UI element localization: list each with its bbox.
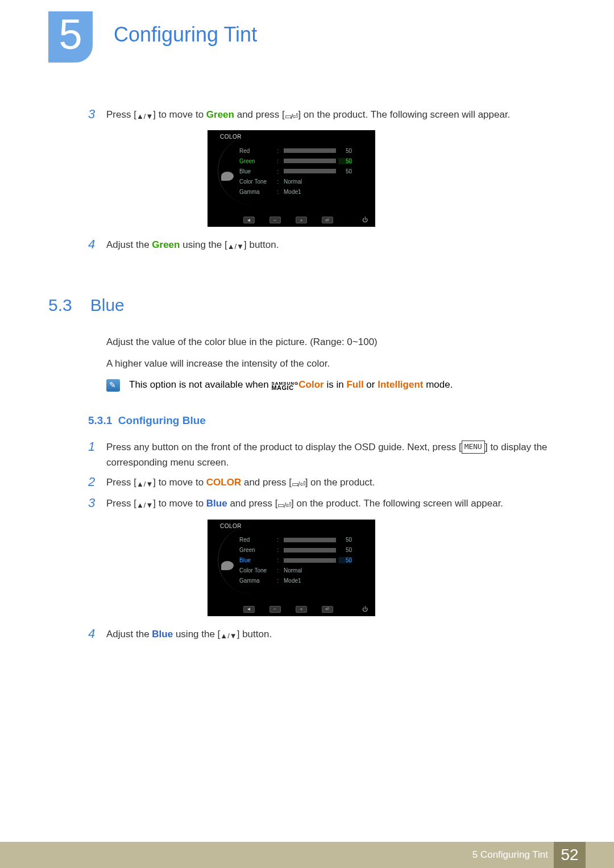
green-step-4: 4 Adjust the Green using the [] button. — [88, 237, 554, 254]
section-title: Blue — [90, 296, 125, 315]
manual-page: 5 Configuring Tint 3 Press [] to move to… — [0, 0, 614, 868]
osd-title: COLOR — [208, 520, 375, 531]
osd-row-blue: Blue : 50 — [239, 166, 365, 176]
chapter-number: 5 — [48, 11, 93, 58]
page-footer: 5 Configuring Tint 52 — [0, 842, 614, 868]
osd-arc-decoration — [218, 136, 252, 205]
osd-icon-column — [220, 535, 239, 586]
samsung-magic-logo: SAMSUNGMAGIC — [271, 381, 298, 391]
green-step-3: 3 Press [] to move to Green and press []… — [88, 107, 554, 123]
page-number: 52 — [554, 842, 586, 868]
menu-key: MENU — [462, 441, 485, 454]
osd-nav-minus-icon: − — [269, 606, 281, 613]
chapter-title: Configuring Tint — [114, 23, 257, 47]
osd-nav-minus-icon: − — [269, 217, 281, 223]
osd-nav-plus-icon: ＋ — [296, 217, 307, 223]
step-text: Adjust the Green using the [] button. — [106, 237, 554, 254]
step-text: Press [] to move to Green and press [] o… — [106, 107, 554, 123]
osd-nav-enter-icon: ⏎ — [322, 606, 333, 613]
blue-step-2: 2 Press [] to move to COLOR and press []… — [88, 475, 554, 491]
osd-screenshot-blue: COLOR Red : 50 Green : — [208, 520, 375, 616]
osd-row-colortone: Color Tone : Normal — [239, 566, 365, 576]
step-text: Press any button on the front of the pro… — [106, 439, 554, 470]
osd-row-red: Red : 50 — [239, 146, 365, 156]
osd-nav-plus-icon: ＋ — [296, 606, 307, 613]
blue-step-4: 4 Adjust the Blue using the [] button. — [88, 626, 554, 643]
osd-row-gamma: Gamma : Mode1 — [239, 186, 365, 197]
osd-icon-column — [220, 146, 239, 197]
osd-nav-bar: ◄ − ＋ ⏎ — [208, 606, 375, 613]
note-text: This option is not available when SAMSUN… — [129, 379, 453, 391]
section-heading: 5.3 Blue — [48, 296, 554, 315]
up-down-icon — [136, 478, 153, 489]
chapter-tab: 5 — [48, 11, 93, 63]
osd-rows: Red : 50 Green : 50 Blue : — [239, 146, 365, 197]
note-icon — [106, 379, 120, 392]
step-number: 1 — [88, 439, 106, 454]
step-number: 4 — [88, 237, 106, 252]
enter-icon — [292, 478, 305, 489]
body-text: Adjust the value of the color blue in th… — [106, 334, 554, 350]
step-number: 3 — [88, 107, 106, 122]
up-down-icon — [136, 110, 153, 121]
green-keyword: Green — [152, 239, 180, 250]
osd-row-green: Green : 50 — [239, 156, 365, 166]
osd-nav-bar: ◄ − ＋ ⏎ — [208, 217, 375, 223]
step-text: Press [] to move to COLOR and press [] o… — [106, 475, 554, 491]
blue-keyword: Blue — [152, 629, 173, 639]
osd-nav-back-icon: ◄ — [243, 217, 255, 223]
power-icon: ⏻ — [362, 217, 368, 223]
osd-screenshot-green: COLOR Red : 50 Green : — [208, 130, 375, 227]
osd-row-red: Red : 50 — [239, 535, 365, 545]
blue-step-1: 1 Press any button on the front of the p… — [88, 439, 554, 470]
section-number: 5.3 — [48, 296, 72, 315]
osd-nav-back-icon: ◄ — [243, 606, 255, 613]
enter-icon — [285, 110, 298, 121]
blue-keyword: Blue — [206, 498, 227, 509]
note-row: This option is not available when SAMSUN… — [106, 379, 554, 392]
step-text: Press [] to move to Blue and press [] on… — [106, 496, 554, 512]
osd-row-green: Green : 50 — [239, 545, 365, 555]
body-text: A higher value will increase the intensi… — [106, 356, 554, 371]
green-keyword: Green — [206, 109, 234, 120]
step-number: 4 — [88, 626, 106, 641]
osd-rows: Red : 50 Green : 50 Blue : — [239, 535, 365, 586]
blue-step-3: 3 Press [] to move to Blue and press [] … — [88, 496, 554, 512]
step-text: Adjust the Blue using the [] button. — [106, 626, 554, 643]
osd-row-colortone: Color Tone : Normal — [239, 176, 365, 186]
up-down-icon — [136, 499, 153, 510]
osd-title: COLOR — [208, 130, 375, 142]
power-icon: ⏻ — [362, 606, 368, 613]
footer-chapter-label: 5 Configuring Tint — [472, 849, 548, 861]
step-number: 3 — [88, 496, 106, 510]
color-keyword: COLOR — [206, 477, 241, 488]
subsection-heading: 5.3.1 Configuring Blue — [88, 414, 554, 427]
content-area: 3 Press [] to move to Green and press []… — [88, 102, 554, 647]
osd-nav-enter-icon: ⏎ — [322, 217, 333, 223]
up-down-icon — [220, 630, 237, 641]
osd-arc-decoration — [218, 526, 252, 594]
step-number: 2 — [88, 475, 106, 489]
enter-icon — [277, 499, 291, 510]
osd-row-blue: Blue : 50 — [239, 555, 365, 566]
up-down-icon — [227, 240, 244, 251]
osd-row-gamma: Gamma : Mode1 — [239, 576, 365, 586]
